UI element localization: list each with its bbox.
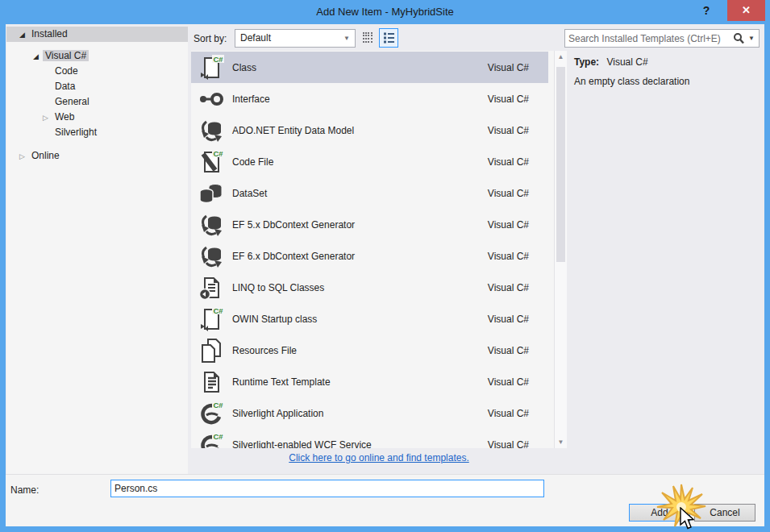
template-item-category: Visual C# <box>488 314 529 325</box>
chevron-down-icon: ▼ <box>343 30 350 47</box>
template-item-label: Runtime Text Template <box>232 376 331 388</box>
type-label: Type: <box>574 56 599 68</box>
small-icons-view-button[interactable] <box>360 30 377 46</box>
template-item-label: EF 6.x DbContext Generator <box>232 251 355 262</box>
template-item-category: Visual C# <box>488 219 529 231</box>
template-item-category: Visual C# <box>488 125 529 136</box>
template-details-panel: Type: Visual C# An empty class declarati… <box>574 56 760 87</box>
template-item-category: Visual C# <box>488 345 529 356</box>
template-item-category: Visual C# <box>488 188 529 199</box>
add-button[interactable]: Add <box>629 504 690 522</box>
template-item-category: Visual C# <box>488 408 529 419</box>
template-item-owin-startup-class[interactable]: C# OWIN Startup class Visual C# <box>191 303 548 335</box>
template-item-ef-6-x-dbcontext-generator[interactable]: EF 6.x DbContext Generator Visual C# <box>191 240 548 272</box>
template-item-category: Visual C# <box>488 251 529 262</box>
scrollbar[interactable]: ▲ ▼ <box>554 51 567 448</box>
cancel-button[interactable]: Cancel <box>694 504 755 522</box>
sort-by-dropdown[interactable]: Default ▼ <box>235 29 356 48</box>
code-file-icon: C# <box>198 149 224 175</box>
category-tree: ◢Installed ◢Visual C# Code Data General … <box>6 27 188 164</box>
sidebar-item-online[interactable]: ▷Online <box>6 148 188 164</box>
list-view-button[interactable] <box>379 28 398 48</box>
template-item-label: Silverlight Application <box>232 408 323 419</box>
template-rows: C# Class Visual C# Interface Visual C# A… <box>191 52 548 448</box>
template-item-code-file[interactable]: C# Code File Visual C# <box>191 146 548 177</box>
template-item-silverlight-application[interactable]: C# Silverlight Application Visual C# <box>191 397 548 429</box>
dataset-icon <box>198 181 224 206</box>
name-label: Name: <box>10 482 39 498</box>
sidebar-item-visual-c-[interactable]: ◢Visual C# <box>6 48 188 64</box>
tree-item-label: Code <box>52 65 81 77</box>
template-item-category: Visual C# <box>488 62 529 73</box>
small-icons-view-icon <box>362 31 375 44</box>
dialog-title: Add New Item - MyHybridSite <box>0 0 770 24</box>
runtime-template-icon <box>198 369 224 395</box>
template-item-label: DataSet <box>232 188 267 199</box>
search-icon[interactable] <box>733 32 744 44</box>
tree-item-label: Data <box>52 81 77 92</box>
scroll-down-icon[interactable]: ▼ <box>555 438 567 446</box>
tree-item-label: General <box>52 96 92 107</box>
template-item-label: Interface <box>232 94 270 105</box>
search-options-chevron-icon[interactable]: ▼ <box>748 30 755 47</box>
tree-item-label: Web <box>52 111 77 123</box>
entity-model-icon <box>198 243 224 269</box>
template-item-linq-to-sql-classes[interactable]: LINQ to SQL Classes Visual C# <box>191 272 548 303</box>
svg-text:C#: C# <box>213 149 223 158</box>
titlebar[interactable]: Add New Item - MyHybridSite ? ✕ <box>0 0 770 24</box>
template-item-category: Visual C# <box>488 376 529 388</box>
svg-text:C#: C# <box>213 55 223 64</box>
template-item-category: Visual C# <box>488 156 529 168</box>
silverlight-icon: C# <box>198 401 224 426</box>
list-view-icon <box>382 31 396 44</box>
template-item-runtime-text-template[interactable]: Runtime Text Template Visual C# <box>191 366 548 397</box>
expanded-arrow-icon: ◢ <box>19 27 29 43</box>
sidebar-item-data[interactable]: Data <box>6 79 188 94</box>
template-item-resources-file[interactable]: Resources File Visual C# <box>191 335 548 366</box>
footer-bar: Name: Add Cancel <box>6 474 764 526</box>
sidebar-item-silverlight[interactable]: Silverlight <box>6 125 188 140</box>
close-button[interactable]: ✕ <box>727 0 765 21</box>
go-online-link[interactable]: Click here to go online and find templat… <box>289 452 468 463</box>
tree-item-label: Silverlight <box>52 127 99 138</box>
template-list: C# Class Visual C# Interface Visual C# A… <box>191 51 567 448</box>
search-input[interactable] <box>568 31 730 46</box>
silverlight-icon: C# <box>198 432 224 449</box>
entity-model-icon <box>198 212 224 238</box>
template-item-label: ADO.NET Entity Data Model <box>232 125 354 136</box>
dialog-content: ◢Installed ◢Visual C# Code Data General … <box>6 24 764 526</box>
help-button[interactable]: ? <box>693 0 720 21</box>
template-item-dataset[interactable]: DataSet Visual C# <box>191 177 548 209</box>
sidebar-item-code[interactable]: Code <box>6 64 188 79</box>
name-input[interactable] <box>110 480 544 497</box>
template-item-label: OWIN Startup class <box>232 314 317 325</box>
template-item-label: Resources File <box>232 345 297 356</box>
collapsed-arrow-icon: ▷ <box>43 110 52 126</box>
template-item-ef-5-x-dbcontext-generator[interactable]: EF 5.x DbContext Generator Visual C# <box>191 209 548 240</box>
template-item-class[interactable]: C# Class Visual C# <box>191 52 548 83</box>
class-icon: C# <box>198 55 224 81</box>
linq-icon <box>198 275 224 301</box>
sidebar-item-web[interactable]: ▷Web <box>6 110 188 125</box>
template-item-label: Class <box>232 62 256 73</box>
template-description: An empty class declaration <box>574 76 760 87</box>
search-box: ▼ <box>564 29 760 48</box>
expanded-arrow-icon: ◢ <box>33 49 43 64</box>
add-new-item-dialog: Add New Item - MyHybridSite ? ✕ ◢Install… <box>0 0 770 532</box>
collapsed-arrow-icon: ▷ <box>19 149 29 164</box>
template-item-category: Visual C# <box>488 94 529 105</box>
sidebar-item-installed[interactable]: ◢Installed <box>6 27 188 42</box>
template-item-silverlight-enabled-wcf-service[interactable]: C# Silverlight-enabled WCF Service Visua… <box>191 429 548 448</box>
scroll-up-icon[interactable]: ▲ <box>555 53 567 60</box>
type-value: Visual C# <box>606 56 647 68</box>
template-item-interface[interactable]: Interface Visual C# <box>191 83 548 114</box>
category-sidebar: ◢Installed ◢Visual C# Code Data General … <box>6 27 188 474</box>
svg-text:C#: C# <box>213 432 223 441</box>
template-item-ado-net-entity-data-model[interactable]: ADO.NET Entity Data Model Visual C# <box>191 114 548 146</box>
tree-item-label: Online <box>29 150 62 161</box>
sidebar-item-general[interactable]: General <box>6 94 188 110</box>
sort-by-label: Sort by: <box>194 33 227 44</box>
template-item-label: Code File <box>232 156 273 168</box>
template-item-label: LINQ to SQL Classes <box>232 282 324 293</box>
scrollbar-thumb[interactable] <box>556 67 565 262</box>
